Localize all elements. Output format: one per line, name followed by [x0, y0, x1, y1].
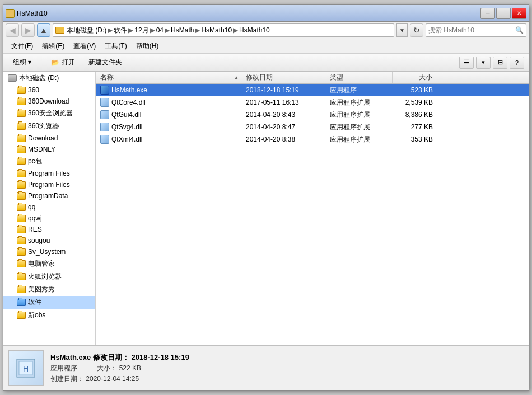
- sidebar-label: sougou: [28, 237, 50, 244]
- col-header-date[interactable]: 修改日期: [241, 72, 325, 83]
- folder-icon: [17, 215, 26, 222]
- sidebar-item-msdnly[interactable]: MSDNLY: [3, 144, 95, 155]
- dll-icon: [100, 110, 109, 119]
- forward-button[interactable]: ▶: [21, 23, 35, 37]
- file-date-cell: 2014-04-20 8:38: [241, 135, 325, 143]
- sidebar-item-360download[interactable]: 360Download: [3, 96, 95, 107]
- folder-icon: [17, 87, 26, 94]
- folder-icon-address: [55, 27, 64, 34]
- dll-icon: [100, 135, 109, 144]
- menu-tools[interactable]: 工具(T): [101, 40, 130, 52]
- sidebar-label: 火狐浏览器: [28, 272, 62, 281]
- exe-icon: [100, 86, 109, 95]
- search-input[interactable]: [428, 26, 513, 34]
- help-button[interactable]: ?: [510, 57, 524, 69]
- folder-icon: [17, 260, 26, 267]
- pane-button[interactable]: ⊟: [493, 57, 507, 69]
- open-label: 打开: [62, 58, 75, 67]
- status-info: HsMath.exe 修改日期： 2018-12-18 15:19 应用程序 大…: [50, 352, 189, 384]
- sidebar-label: 电脑管家: [28, 259, 55, 269]
- view-details-button[interactable]: ☰: [459, 57, 474, 69]
- file-type-cell: 应用程序扩展: [325, 123, 393, 132]
- toolbar: 组织 ▾ 📂 打开 新建文件夹 ☰ ▾ ⊟ ?: [3, 54, 529, 72]
- file-type-cell: 应用程序扩展: [325, 110, 393, 120]
- address-bar-area: ◀ ▶ ▲ 本地磁盘 (D:) ▶ 软件 ▶ 12月 ▶ 04 ▶ HsMath…: [3, 22, 529, 39]
- folder-icon: [17, 237, 26, 244]
- sidebar-item-pcmanager[interactable]: 电脑管家: [3, 257, 95, 270]
- sidebar-item-pc[interactable]: pc包: [3, 155, 95, 168]
- file-date-cell: 2014-04-20 8:47: [241, 123, 325, 131]
- sidebar-item-download[interactable]: Download: [3, 133, 95, 144]
- maximize-button[interactable]: □: [496, 8, 511, 19]
- sidebar-label: 美图秀秀: [28, 285, 55, 294]
- back-button[interactable]: ◀: [6, 23, 19, 37]
- sidebar: 本地磁盘 (D:) 360 360Download 360安全浏览器 360浏览…: [3, 72, 96, 345]
- dll-icon: [100, 98, 109, 107]
- organize-button[interactable]: 组织 ▾: [8, 55, 36, 69]
- view-toggle-button[interactable]: ▾: [476, 57, 491, 69]
- main-window: HsMath10 ─ □ ✕ ◀ ▶ ▲ 本地磁盘 (D:) ▶ 软件 ▶ 12…: [3, 4, 529, 391]
- col-header-type[interactable]: 类型: [325, 72, 393, 83]
- menu-bar: 文件(F) 编辑(E) 查看(V) 工具(T) 帮助(H): [3, 39, 529, 54]
- table-row[interactable]: QtGui4.dll 2014-04-20 8:43 应用程序扩展 8,386 …: [96, 109, 529, 121]
- minimize-button[interactable]: ─: [480, 8, 495, 19]
- sidebar-item-qq[interactable]: qq: [3, 201, 95, 213]
- table-row[interactable]: QtCore4.dll 2017-05-11 16:13 应用程序扩展 2,53…: [96, 96, 529, 109]
- sidebar-label: 360安全浏览器: [28, 109, 73, 118]
- folder-icon: [17, 204, 26, 211]
- file-type-cell: 应用程序: [325, 86, 393, 95]
- folder-icon: [17, 226, 26, 233]
- menu-view[interactable]: 查看(V): [70, 40, 99, 52]
- sidebar-item-root[interactable]: 本地磁盘 (D:): [3, 72, 95, 84]
- close-button[interactable]: ✕: [512, 8, 526, 19]
- window-title: HsMath10: [17, 10, 48, 17]
- sidebar-item-software[interactable]: 软件: [3, 296, 95, 309]
- file-size-cell: 523 KB: [393, 86, 437, 94]
- table-row[interactable]: QtXml4.dll 2014-04-20 8:38 应用程序扩展 353 KB: [96, 133, 529, 145]
- file-size-cell: 353 KB: [393, 135, 437, 143]
- sidebar-item-360browser[interactable]: 360安全浏览器: [3, 107, 95, 120]
- file-date-cell: 2017-05-11 16:13: [241, 98, 325, 106]
- table-row[interactable]: HsMath.exe 2018-12-18 15:19 应用程序 523 KB: [96, 84, 529, 96]
- sidebar-item-360ie[interactable]: 360浏览器: [3, 120, 95, 133]
- folder-icon: [17, 98, 26, 105]
- sidebar-item-qqwj[interactable]: qqwj: [3, 213, 95, 224]
- table-row[interactable]: QtSvg4.dll 2014-04-20 8:47 应用程序扩展 277 KB: [96, 121, 529, 133]
- menu-edit[interactable]: 编辑(E): [39, 40, 68, 52]
- col-header-size[interactable]: 大小: [393, 72, 437, 83]
- file-size-cell: 2,539 KB: [393, 98, 437, 106]
- sidebar-item-programfiles1[interactable]: Program Files: [3, 168, 95, 179]
- open-icon: 📂: [51, 59, 59, 67]
- sidebar-item-res[interactable]: RES: [3, 224, 95, 235]
- address-path-container[interactable]: 本地磁盘 (D:) ▶ 软件 ▶ 12月 ▶ 04 ▶ HsMath ▶ HsM…: [53, 23, 394, 37]
- svg-text:H: H: [23, 364, 29, 373]
- sidebar-label: qq: [28, 203, 35, 211]
- col-header-name[interactable]: 名称 ▲: [96, 72, 241, 83]
- refresh-button[interactable]: ↻: [410, 23, 423, 37]
- menu-file[interactable]: 文件(F): [8, 40, 36, 52]
- new-folder-button[interactable]: 新建文件夹: [83, 55, 127, 69]
- status-preview-icon: H: [8, 350, 44, 386]
- file-name-cell: QtSvg4.dll: [96, 123, 241, 131]
- sidebar-label: RES: [28, 225, 42, 233]
- toolbar-separator: [41, 56, 41, 69]
- sidebar-label: ProgramData: [28, 192, 68, 200]
- file-date-cell: 2014-04-20 8:43: [241, 111, 325, 119]
- menu-help[interactable]: 帮助(H): [133, 40, 162, 52]
- sidebar-item-programfiles2[interactable]: Program Files: [3, 179, 95, 190]
- title-icon: [6, 9, 15, 18]
- sidebar-item-sougou[interactable]: sougou: [3, 235, 95, 246]
- sidebar-item-360[interactable]: 360: [3, 84, 95, 96]
- address-dropdown-button[interactable]: ▼: [396, 23, 408, 37]
- sidebar-item-newobs[interactable]: 新obs: [3, 309, 95, 322]
- sidebar-root-label: 本地磁盘 (D:): [19, 73, 59, 83]
- sidebar-item-svusystem[interactable]: Sv_Usystem: [3, 246, 95, 257]
- sidebar-item-firefox[interactable]: 火狐浏览器: [3, 270, 95, 283]
- sidebar-item-programdata[interactable]: ProgramData: [3, 190, 95, 201]
- sidebar-item-meitu[interactable]: 美图秀秀: [3, 283, 95, 296]
- status-filename: HsMath.exe 修改日期： 2018-12-18 15:19: [50, 352, 189, 363]
- open-button[interactable]: 📂 打开: [46, 55, 80, 69]
- file-date-cell: 2018-12-18 15:19: [241, 86, 325, 94]
- up-button[interactable]: ▲: [37, 23, 50, 37]
- sidebar-label: pc包: [28, 157, 42, 166]
